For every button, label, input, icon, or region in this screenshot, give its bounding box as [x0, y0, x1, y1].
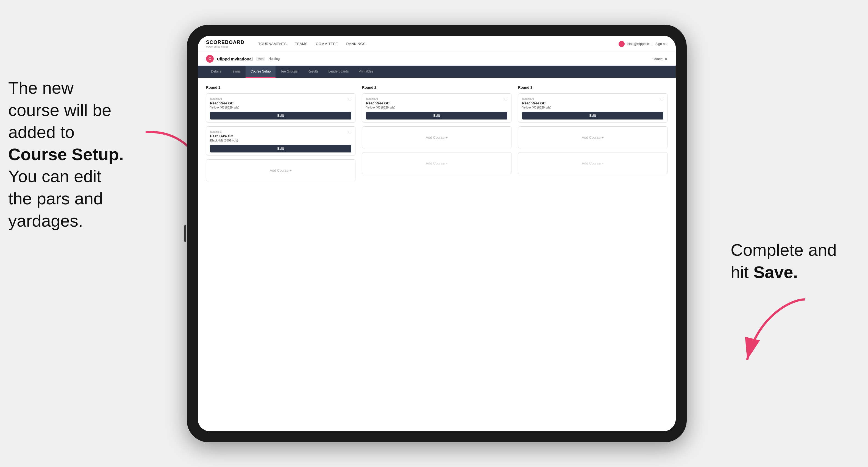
round2-course-a-card: (Course A) Peachtree GC Yellow (M) (6629…	[362, 93, 512, 123]
hosting-label: Hosting	[268, 57, 280, 61]
round1-course-a-delete-icon[interactable]: ⊡	[347, 96, 352, 101]
course-b-tee: Black (M) (6891 yds)	[210, 139, 351, 142]
round-2-label: Round 2	[362, 86, 512, 90]
round3-add-course-text: Add Course +	[582, 135, 604, 139]
round1-course-a-card: (Course A) Peachtree GC Yellow (M) (6629…	[206, 93, 355, 123]
round3-course-a-card: (Course A) Peachtree GC Yellow (M) (6629…	[518, 93, 668, 123]
user-email: blair@clippd.io	[627, 42, 649, 46]
nav-rankings[interactable]: RANKINGS	[346, 42, 365, 46]
sign-out-link[interactable]: Sign out	[655, 42, 668, 46]
round2-course-a-name: Peachtree GC	[366, 101, 507, 105]
tablet-frame: SCOREBOARD Powered by clippd TOURNAMENTS…	[187, 25, 687, 442]
sub-header: C Clippd Invitational Men Hosting Cancel…	[198, 52, 676, 66]
tab-course-setup[interactable]: Course Setup	[246, 66, 276, 78]
tab-details[interactable]: Details	[206, 66, 226, 78]
tab-tee-groups[interactable]: Tee Groups	[276, 66, 303, 78]
tab-leaderboards[interactable]: Leaderboards	[323, 66, 353, 78]
round1-course-b-delete-icon[interactable]: ⊡	[347, 129, 352, 134]
cancel-button[interactable]: Cancel ✕	[652, 57, 668, 61]
tab-teams[interactable]: Teams	[226, 66, 246, 78]
round2-course-a-tee: Yellow (M) (6629 yds)	[366, 106, 507, 109]
clippd-logo: C	[206, 55, 214, 63]
round-1-column: Round 1 (Course A) Peachtree GC Yellow (…	[206, 86, 355, 185]
round3-add-course-disabled-text: Add Course +	[582, 161, 604, 165]
logo-sub: Powered by clippd	[206, 45, 245, 48]
round-1-label: Round 1	[206, 86, 355, 90]
tablet-button	[184, 225, 186, 242]
round-2-column: Round 2 (Course A) Peachtree GC Yellow (…	[362, 86, 512, 185]
logo-main: SCOREBOARD	[206, 39, 245, 45]
round2-add-course-text: Add Course +	[426, 135, 448, 139]
round-3-column: Round 3 (Course A) Peachtree GC Yellow (…	[518, 86, 668, 185]
course-a-name: Peachtree GC	[210, 101, 351, 105]
round1-course-a-edit-button[interactable]: Edit	[210, 112, 351, 120]
round2-course-a-delete-icon[interactable]: ⊡	[503, 96, 508, 101]
round1-add-course-text: Add Course +	[270, 168, 292, 173]
course-a-badge: (Course A)	[210, 97, 351, 100]
round2-course-a-edit-button[interactable]: Edit	[366, 112, 507, 120]
round1-add-course-button[interactable]: Add Course +	[206, 159, 355, 181]
nav-tournaments[interactable]: TOURNAMENTS	[258, 42, 286, 46]
round2-add-course-button[interactable]: Add Course +	[362, 126, 512, 148]
round3-course-a-name: Peachtree GC	[522, 101, 663, 105]
top-nav: SCOREBOARD Powered by clippd TOURNAMENTS…	[198, 36, 676, 52]
round3-add-course-disabled: Add Course +	[518, 152, 668, 174]
annotation-left: The new course will be added to Course S…	[8, 77, 151, 232]
round3-course-a-delete-icon[interactable]: ⊡	[659, 96, 664, 101]
arrow-right	[731, 294, 813, 371]
tournament-badge: Men	[256, 57, 265, 61]
nav-teams[interactable]: TEAMS	[295, 42, 307, 46]
tab-printables[interactable]: Printables	[354, 66, 378, 78]
course-b-name: East Lake GC	[210, 134, 351, 138]
round1-course-b-card: (Course B) East Lake GC Black (M) (6891 …	[206, 126, 355, 155]
nav-right: blair@clippd.io | Sign out	[619, 41, 668, 47]
round2-add-course-disabled: Add Course +	[362, 152, 512, 174]
round2-add-course-disabled-text: Add Course +	[426, 161, 448, 165]
round-3-label: Round 3	[518, 86, 668, 90]
round3-course-a-tee: Yellow (M) (6629 yds)	[522, 106, 663, 109]
course-a-tee: Yellow (M) (6629 yds)	[210, 106, 351, 109]
round3-course-a-edit-button[interactable]: Edit	[522, 112, 663, 120]
tab-bar: Details Teams Course Setup Tee Groups Re…	[198, 66, 676, 78]
main-content: Round 1 (Course A) Peachtree GC Yellow (…	[198, 78, 676, 431]
nav-committee[interactable]: COMMITTEE	[316, 42, 338, 46]
round3-course-a-badge: (Course A)	[522, 97, 663, 100]
nav-links: TOURNAMENTS TEAMS COMMITTEE RANKINGS	[258, 42, 608, 46]
tablet-screen: SCOREBOARD Powered by clippd TOURNAMENTS…	[198, 36, 676, 431]
round2-course-a-badge: (Course A)	[366, 97, 507, 100]
annotation-right: Complete and hit Save.	[731, 239, 851, 283]
course-b-badge: (Course B)	[210, 130, 351, 133]
round3-add-course-button[interactable]: Add Course +	[518, 126, 668, 148]
scoreboard-logo: SCOREBOARD Powered by clippd	[206, 39, 245, 48]
nav-avatar	[619, 41, 625, 47]
tab-results[interactable]: Results	[303, 66, 323, 78]
rounds-grid: Round 1 (Course A) Peachtree GC Yellow (…	[206, 86, 668, 185]
tournament-title: Clippd Invitational	[217, 57, 253, 61]
round1-course-b-edit-button[interactable]: Edit	[210, 145, 351, 152]
